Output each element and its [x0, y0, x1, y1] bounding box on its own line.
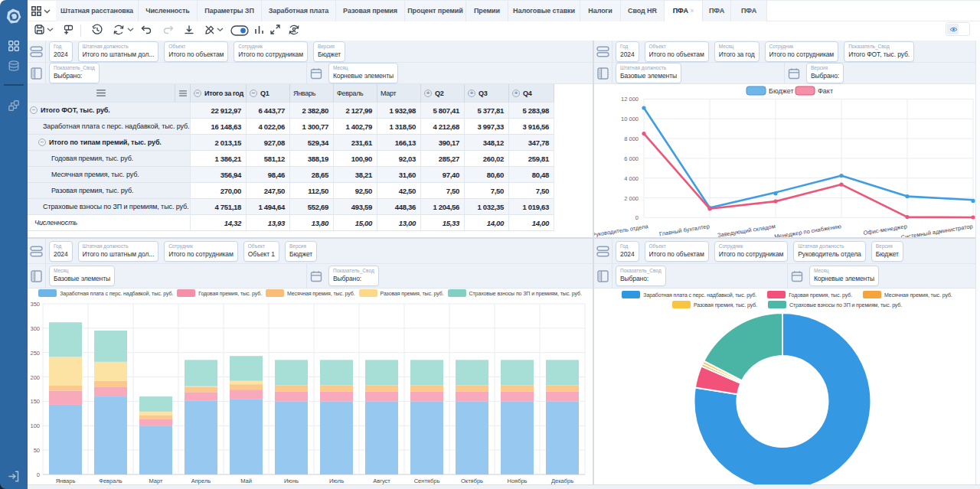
svg-text:50: 50: [34, 447, 40, 454]
svg-text:Апрель: Апрель: [191, 478, 211, 484]
svg-text:250: 250: [30, 350, 40, 357]
svg-text:Июль: Июль: [329, 478, 344, 484]
svg-text:Февраль: Февраль: [99, 478, 122, 484]
svg-text:300: 300: [30, 325, 40, 332]
svg-text:Декабрь: Декабрь: [551, 478, 573, 484]
svg-text:Май: Май: [240, 478, 252, 484]
svg-text:Октябрь: Октябрь: [461, 478, 483, 484]
svg-text:Январь: Январь: [56, 478, 76, 484]
svg-text:4 000: 4 000: [624, 175, 639, 182]
svg-text:Заведующий складом: Заведующий складом: [717, 223, 776, 237]
svg-text:350: 350: [30, 301, 40, 308]
svg-text:6 000: 6 000: [624, 155, 639, 162]
svg-text:8 000: 8 000: [624, 135, 639, 142]
svg-text:Руководитель отдела: Руководитель отдела: [594, 223, 649, 237]
svg-text:12 000: 12 000: [621, 96, 639, 103]
svg-text:Главный бухгалтер: Главный бухгалтер: [658, 223, 710, 237]
svg-text:0: 0: [635, 214, 639, 221]
svg-text:Сентябрь: Сентябрь: [414, 478, 440, 484]
svg-text:Факт: Факт: [818, 87, 833, 95]
svg-text:Март: Март: [149, 478, 164, 484]
svg-text:2 000: 2 000: [624, 195, 639, 202]
svg-text:0: 0: [37, 471, 40, 478]
svg-text:200: 200: [30, 374, 40, 381]
svg-text:Август: Август: [373, 478, 390, 484]
svg-text:Ноябрь: Ноябрь: [507, 478, 527, 484]
svg-text:Бюджет: Бюджет: [769, 87, 794, 95]
svg-text:Менеджер по снабжению: Менеджер по снабжению: [774, 223, 842, 237]
svg-text:100: 100: [30, 422, 40, 429]
svg-text:150: 150: [30, 398, 40, 405]
svg-text:Июнь: Июнь: [284, 478, 299, 484]
svg-text:10 000: 10 000: [621, 116, 639, 122]
svg-text:Системный администратор: Системный администратор: [900, 223, 973, 237]
